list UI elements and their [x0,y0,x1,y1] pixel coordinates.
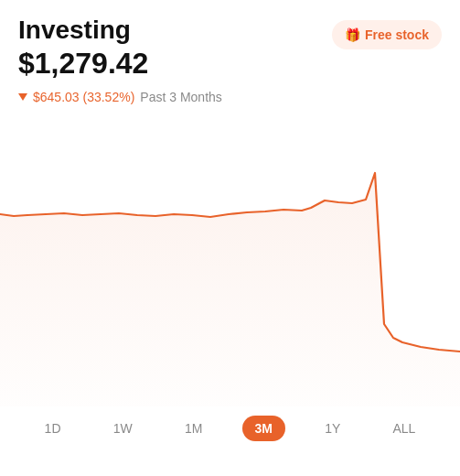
price-chart [0,114,460,406]
portfolio-amount: $1,279.42 [18,47,148,81]
change-value: $645.03 (33.52%) [33,90,134,104]
tab-1m[interactable]: 1M [172,416,215,441]
header: Investing $1,279.42 🎁 Free stock [0,0,460,81]
page-title: Investing [18,16,148,45]
free-stock-label: Free stock [365,27,429,42]
tab-1w[interactable]: 1W [101,416,145,441]
change-row: $645.03 (33.52%) Past 3 Months [0,81,460,104]
tab-3m[interactable]: 3M [242,416,285,441]
down-arrow-icon [18,93,27,101]
chart-area-fill [0,173,460,406]
chart-container [0,114,460,406]
free-stock-button[interactable]: 🎁 Free stock [332,20,442,49]
title-block: Investing $1,279.42 [18,16,148,81]
change-period: Past 3 Months [140,90,222,104]
tab-1y[interactable]: 1Y [312,416,353,441]
time-tabs: 1D 1W 1M 3M 1Y ALL [0,406,460,450]
tab-1d[interactable]: 1D [32,416,74,441]
gift-icon: 🎁 [345,27,360,42]
tab-all[interactable]: ALL [380,416,428,441]
